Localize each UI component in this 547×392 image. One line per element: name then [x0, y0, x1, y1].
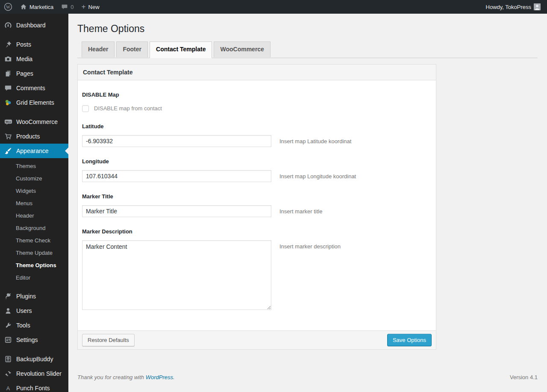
footer-thanks: Thank you for creating with WordPress. [77, 374, 175, 380]
sidebar-item-label: Revolution Slider [16, 370, 62, 377]
admin-sidebar: Dashboard Posts Media Pages Comments Gri… [0, 14, 68, 392]
comments-menu[interactable]: 0 [57, 0, 77, 14]
wordpress-link[interactable]: WordPress [146, 374, 173, 380]
sidebar-item-label: Dashboard [16, 22, 46, 29]
sidebar-item-label: Punch Fonts [16, 385, 50, 392]
letter-a-icon: A [4, 384, 12, 392]
site-name: Marketica [29, 4, 53, 10]
sidebar-item-label: Comments [16, 85, 45, 91]
user-avatar [534, 3, 541, 10]
main-content: Theme Options HeaderFooterContact Templa… [68, 14, 547, 392]
home-icon [20, 3, 27, 10]
disable-map-checkbox-row[interactable]: DISABLE map from contact [82, 105, 432, 112]
sidebar-item-plugins[interactable]: Plugins [0, 289, 68, 304]
contact-template-panel: Contact Template DISABLE Map DISABLE map… [77, 64, 436, 350]
cart-icon [4, 132, 12, 141]
pushpin-icon [4, 40, 12, 49]
comment-bubble-icon [61, 3, 68, 10]
marker-title-label: Marker Title [82, 193, 432, 200]
comments-icon [4, 84, 12, 92]
tab-woocommerce[interactable]: WooCommerce [214, 41, 270, 57]
sidebar-item-label: Plugins [16, 293, 36, 300]
comments-count: 0 [71, 4, 74, 10]
media-camera-icon [4, 55, 12, 63]
sidebar-item-label: Posts [16, 41, 31, 48]
submenu-item-widgets[interactable]: Widgets [0, 185, 68, 197]
wrench-icon [4, 321, 12, 330]
save-options-button[interactable]: Save Options [387, 334, 432, 346]
users-icon [4, 307, 12, 315]
panel-title: Contact Template [78, 65, 436, 80]
howdy-text: Howdy, TokoPress [486, 4, 531, 10]
tab-header[interactable]: Header [82, 41, 115, 57]
sidebar-item-woocommerce[interactable]: Woo WooCommerce [0, 115, 68, 129]
sidebar-item-label: Grid Elements [16, 99, 54, 106]
sidebar-item-label: BackupBuddy [16, 356, 53, 363]
plugin-icon [4, 292, 12, 301]
sidebar-item-products[interactable]: Products [0, 129, 68, 144]
paintbrush-icon [4, 147, 12, 155]
marker-title-description: Insert marker title [279, 208, 322, 215]
sidebar-item-settings[interactable]: Settings [0, 333, 68, 347]
submenu-item-theme-update[interactable]: Theme Update [0, 247, 68, 259]
wp-logo-menu[interactable]: W [0, 0, 16, 14]
sidebar-item-media[interactable]: Media [0, 52, 68, 66]
pages-icon [4, 69, 12, 78]
site-menu[interactable]: Marketica [16, 0, 57, 14]
appearance-submenu: Themes Customize Widgets Menus Header Ba… [0, 158, 68, 289]
latitude-label: Latitude [82, 123, 432, 130]
marker-description-textarea[interactable]: Marker Content [82, 240, 271, 310]
submenu-item-editor[interactable]: Editor [0, 271, 68, 284]
sidebar-item-users[interactable]: Users [0, 304, 68, 318]
theme-options-tabs: HeaderFooterContact TemplateWooCommerce [77, 41, 538, 58]
sidebar-item-label: Products [16, 133, 40, 140]
new-menu[interactable]: + New [78, 0, 103, 14]
sidebar-item-label: Pages [16, 70, 33, 77]
marker-description-label: Marker Description [82, 228, 432, 235]
sidebar-item-grid-elements[interactable]: Grid Elements [0, 95, 68, 110]
sidebar-item-pages[interactable]: Pages [0, 66, 68, 81]
sidebar-item-label: WooCommerce [16, 118, 58, 125]
disable-map-checkbox[interactable] [82, 105, 89, 112]
submenu-item-background[interactable]: Background [0, 222, 68, 234]
longitude-input[interactable] [82, 170, 271, 182]
tab-footer[interactable]: Footer [116, 41, 148, 57]
sidebar-item-label: Users [16, 307, 32, 314]
sidebar-item-appearance[interactable]: Appearance [0, 144, 68, 158]
cycle-arrows-icon [4, 369, 12, 378]
dashboard-icon [4, 21, 12, 29]
panel-footer: Restore Defaults Save Options [78, 330, 436, 349]
sidebar-item-comments[interactable]: Comments [0, 81, 68, 95]
sidebar-item-label: Tools [16, 322, 30, 329]
admin-bar: W Marketica 0 + New Howdy, TokoPress [0, 0, 547, 14]
submenu-item-menus[interactable]: Menus [0, 197, 68, 209]
page-footer: Thank you for creating with WordPress. V… [77, 374, 538, 380]
sidebar-item-backupbuddy[interactable]: BackupBuddy [0, 352, 68, 366]
sidebar-item-label: Media [16, 56, 32, 62]
page-title: Theme Options [77, 14, 538, 35]
sidebar-item-tools[interactable]: Tools [0, 318, 68, 333]
marker-title-input[interactable] [82, 205, 271, 217]
tab-contact-template[interactable]: Contact Template [150, 41, 212, 58]
submenu-item-theme-options[interactable]: Theme Options [0, 259, 68, 271]
panel-body: DISABLE Map DISABLE map from contact Lat… [78, 80, 436, 330]
disable-map-checkbox-label: DISABLE map from contact [94, 105, 162, 112]
sidebar-item-revolution-slider[interactable]: Revolution Slider [0, 366, 68, 381]
sidebar-item-label: Settings [16, 336, 38, 343]
my-account-menu[interactable]: Howdy, TokoPress [482, 3, 544, 10]
sidebar-item-dashboard[interactable]: Dashboard [0, 18, 68, 32]
longitude-label: Longitude [82, 158, 432, 165]
restore-defaults-button[interactable]: Restore Defaults [82, 334, 135, 346]
wordpress-logo-icon: W [4, 3, 12, 11]
plus-icon: + [82, 3, 86, 10]
sidebar-item-posts[interactable]: Posts [0, 37, 68, 52]
submenu-item-customize[interactable]: Customize [0, 172, 68, 185]
sidebar-item-punch-fonts[interactable]: A Punch Fonts [0, 381, 68, 392]
grid-elements-icon [4, 98, 12, 107]
svg-text:A: A [6, 386, 10, 392]
submenu-item-header[interactable]: Header [0, 209, 68, 222]
svg-text:Woo: Woo [5, 120, 11, 123]
latitude-input[interactable] [82, 135, 271, 147]
submenu-item-themes[interactable]: Themes [0, 160, 68, 172]
submenu-item-theme-check[interactable]: Theme Check [0, 234, 68, 247]
